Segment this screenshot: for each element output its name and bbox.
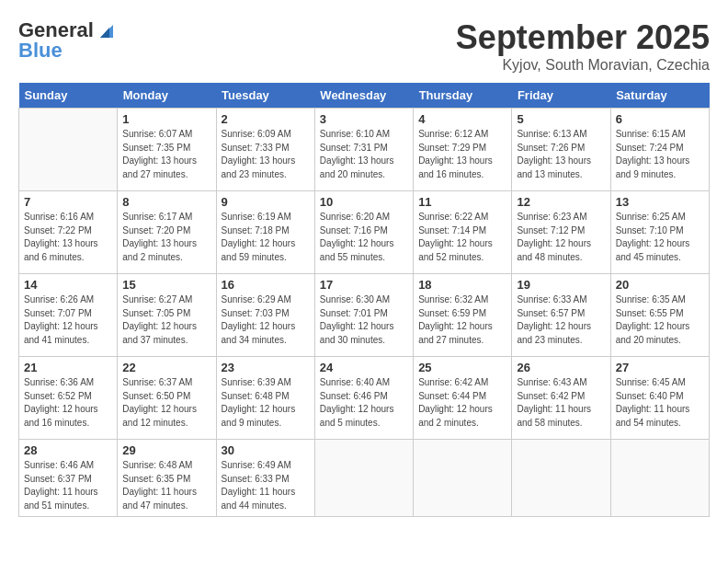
day-info: Sunrise: 6:19 AM Sunset: 7:18 PM Dayligh… [222, 211, 310, 264]
day-number: 24 [320, 361, 408, 374]
calendar-cell: 18Sunrise: 6:32 AM Sunset: 6:59 PM Dayli… [414, 274, 512, 357]
day-info: Sunrise: 6:25 AM Sunset: 7:10 PM Dayligh… [616, 211, 704, 264]
day-info: Sunrise: 6:35 AM Sunset: 6:55 PM Dayligh… [616, 293, 704, 347]
calendar-cell: 23Sunrise: 6:39 AM Sunset: 6:48 PM Dayli… [216, 357, 314, 440]
day-number: 25 [418, 361, 506, 374]
day-number: 1 [122, 112, 210, 126]
calendar-cell: 17Sunrise: 6:30 AM Sunset: 7:01 PM Dayli… [314, 274, 413, 357]
day-info: Sunrise: 6:29 AM Sunset: 7:03 PM Dayligh… [222, 293, 310, 347]
calendar-cell: 2Sunrise: 6:09 AM Sunset: 7:33 PM Daylig… [216, 109, 314, 191]
calendar-cell: 29Sunrise: 6:48 AM Sunset: 6:35 PM Dayli… [118, 440, 216, 517]
calendar-table: SundayMondayTuesdayWednesdayThursdayFrid… [18, 83, 710, 517]
week-row-3: 14Sunrise: 6:26 AM Sunset: 7:07 PM Dayli… [19, 274, 710, 357]
day-number: 21 [24, 361, 112, 374]
calendar-cell: 21Sunrise: 6:36 AM Sunset: 6:52 PM Dayli… [19, 357, 118, 440]
day-number: 5 [517, 112, 605, 126]
calendar-cell: 27Sunrise: 6:45 AM Sunset: 6:40 PM Dayli… [610, 357, 709, 440]
day-number: 4 [418, 112, 506, 126]
day-number: 3 [320, 112, 408, 126]
week-row-1: 1Sunrise: 6:07 AM Sunset: 7:35 PM Daylig… [19, 109, 710, 191]
day-number: 10 [320, 195, 408, 209]
day-number: 12 [517, 195, 605, 209]
logo-icon [97, 19, 117, 40]
calendar-cell: 13Sunrise: 6:25 AM Sunset: 7:10 PM Dayli… [610, 191, 709, 274]
day-number: 16 [222, 278, 310, 292]
day-number: 9 [222, 195, 310, 209]
calendar-cell: 1Sunrise: 6:07 AM Sunset: 7:35 PM Daylig… [118, 109, 216, 191]
day-number: 17 [320, 278, 408, 292]
day-number: 27 [616, 361, 704, 374]
title-block: September 2025 Kyjov, South Moravian, Cz… [456, 18, 710, 74]
location-subtitle: Kyjov, South Moravian, Czechia [456, 57, 710, 74]
day-number: 26 [517, 361, 605, 374]
day-number: 7 [24, 195, 112, 209]
calendar-cell: 7Sunrise: 6:16 AM Sunset: 7:22 PM Daylig… [19, 191, 118, 274]
calendar-cell: 4Sunrise: 6:12 AM Sunset: 7:29 PM Daylig… [414, 109, 512, 191]
day-info: Sunrise: 6:39 AM Sunset: 6:48 PM Dayligh… [222, 376, 310, 430]
weekday-header-tuesday: Tuesday [216, 83, 314, 109]
calendar-cell: 14Sunrise: 6:26 AM Sunset: 7:07 PM Dayli… [19, 274, 118, 357]
day-info: Sunrise: 6:16 AM Sunset: 7:22 PM Dayligh… [24, 211, 112, 264]
calendar-cell: 26Sunrise: 6:43 AM Sunset: 6:42 PM Dayli… [512, 357, 610, 440]
day-info: Sunrise: 6:09 AM Sunset: 7:33 PM Dayligh… [222, 128, 310, 181]
day-number: 23 [222, 361, 310, 374]
calendar-cell: 3Sunrise: 6:10 AM Sunset: 7:31 PM Daylig… [314, 109, 413, 191]
day-number: 15 [122, 278, 210, 292]
day-info: Sunrise: 6:40 AM Sunset: 6:46 PM Dayligh… [320, 376, 408, 430]
day-info: Sunrise: 6:13 AM Sunset: 7:26 PM Dayligh… [517, 128, 605, 181]
calendar-cell [19, 109, 118, 191]
day-number: 19 [517, 278, 605, 292]
svg-marker-1 [100, 28, 109, 38]
week-row-5: 28Sunrise: 6:46 AM Sunset: 6:37 PM Dayli… [19, 440, 710, 517]
day-info: Sunrise: 6:33 AM Sunset: 6:57 PM Dayligh… [517, 293, 605, 347]
day-number: 11 [418, 195, 506, 209]
day-number: 28 [24, 443, 112, 457]
day-info: Sunrise: 6:42 AM Sunset: 6:44 PM Dayligh… [418, 376, 506, 430]
day-info: Sunrise: 6:45 AM Sunset: 6:40 PM Dayligh… [616, 376, 704, 430]
calendar-cell: 12Sunrise: 6:23 AM Sunset: 7:12 PM Dayli… [512, 191, 610, 274]
day-info: Sunrise: 6:36 AM Sunset: 6:52 PM Dayligh… [24, 376, 112, 430]
day-number: 22 [122, 361, 210, 374]
weekday-header-wednesday: Wednesday [314, 83, 413, 109]
day-number: 8 [122, 195, 210, 209]
calendar-cell: 5Sunrise: 6:13 AM Sunset: 7:26 PM Daylig… [512, 109, 610, 191]
weekday-header-saturday: Saturday [610, 83, 709, 109]
day-number: 2 [222, 112, 310, 126]
day-info: Sunrise: 6:12 AM Sunset: 7:29 PM Dayligh… [418, 128, 506, 181]
month-title: September 2025 [456, 18, 710, 57]
calendar-cell [610, 440, 709, 517]
week-row-2: 7Sunrise: 6:16 AM Sunset: 7:22 PM Daylig… [19, 191, 710, 274]
calendar-cell: 28Sunrise: 6:46 AM Sunset: 6:37 PM Dayli… [19, 440, 118, 517]
calendar-cell: 8Sunrise: 6:17 AM Sunset: 7:20 PM Daylig… [118, 191, 216, 274]
day-number: 13 [616, 195, 704, 209]
weekday-header-thursday: Thursday [414, 83, 512, 109]
day-number: 20 [616, 278, 704, 292]
day-info: Sunrise: 6:07 AM Sunset: 7:35 PM Dayligh… [122, 128, 210, 181]
day-number: 18 [418, 278, 506, 292]
page-header: General Blue September 2025 Kyjov, South… [18, 18, 710, 74]
calendar-cell: 9Sunrise: 6:19 AM Sunset: 7:18 PM Daylig… [216, 191, 314, 274]
calendar-cell: 11Sunrise: 6:22 AM Sunset: 7:14 PM Dayli… [414, 191, 512, 274]
calendar-cell: 10Sunrise: 6:20 AM Sunset: 7:16 PM Dayli… [314, 191, 413, 274]
calendar-cell: 19Sunrise: 6:33 AM Sunset: 6:57 PM Dayli… [512, 274, 610, 357]
day-number: 14 [24, 278, 112, 292]
calendar-cell [314, 440, 413, 517]
calendar-cell [414, 440, 512, 517]
day-info: Sunrise: 6:15 AM Sunset: 7:24 PM Dayligh… [616, 128, 704, 181]
calendar-cell: 20Sunrise: 6:35 AM Sunset: 6:55 PM Dayli… [610, 274, 709, 357]
day-info: Sunrise: 6:30 AM Sunset: 7:01 PM Dayligh… [320, 293, 408, 347]
day-info: Sunrise: 6:22 AM Sunset: 7:14 PM Dayligh… [418, 211, 506, 264]
calendar-cell: 22Sunrise: 6:37 AM Sunset: 6:50 PM Dayli… [118, 357, 216, 440]
day-info: Sunrise: 6:32 AM Sunset: 6:59 PM Dayligh… [418, 293, 506, 347]
day-info: Sunrise: 6:10 AM Sunset: 7:31 PM Dayligh… [320, 128, 408, 181]
day-info: Sunrise: 6:46 AM Sunset: 6:37 PM Dayligh… [24, 459, 112, 512]
day-number: 6 [616, 112, 704, 126]
week-row-4: 21Sunrise: 6:36 AM Sunset: 6:52 PM Dayli… [19, 357, 710, 440]
weekday-header-monday: Monday [118, 83, 216, 109]
day-info: Sunrise: 6:48 AM Sunset: 6:35 PM Dayligh… [122, 459, 210, 512]
weekday-header-friday: Friday [512, 83, 610, 109]
logo: General Blue [18, 18, 117, 63]
calendar-cell: 25Sunrise: 6:42 AM Sunset: 6:44 PM Dayli… [414, 357, 512, 440]
day-number: 30 [222, 443, 310, 457]
calendar-cell: 15Sunrise: 6:27 AM Sunset: 7:05 PM Dayli… [118, 274, 216, 357]
